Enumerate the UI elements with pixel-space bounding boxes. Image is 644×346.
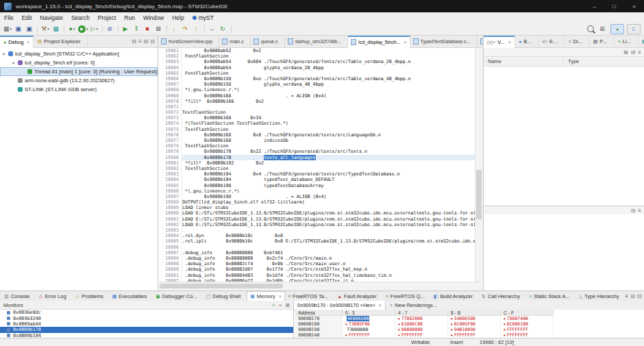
memory-cell[interactable]: ▲FFFFFFFF <box>343 332 395 338</box>
minimize-button[interactable]: – <box>584 0 604 12</box>
tab-executables[interactable]: ▦Executables <box>110 292 153 301</box>
tab-freertos-queues[interactable]: ≡FreeRTOS Q... <box>383 292 431 301</box>
tab-call-hierarchy[interactable]: ⇅Call Hierarchy <box>479 292 526 301</box>
memory-cell[interactable]: ▲78007400 <box>501 316 554 321</box>
memory-monitor[interactable]: 0x9009b170 <box>0 327 293 332</box>
memory-monitor[interactable]: 0x9009ab44 <box>0 321 293 327</box>
view-tab-peripherals[interactable]: ▦P... <box>590 36 615 47</box>
debug-tree-launch[interactable]: ▾ lcd_display_5inch [STM32 C/C++ Applica… <box>0 49 158 58</box>
new-icon[interactable]: ▦▾ <box>3 24 12 34</box>
minimize-icon[interactable]: ⊟ <box>144 38 149 45</box>
run-icon[interactable]: ▶▾ <box>78 24 88 34</box>
build-icon[interactable]: ⚒▾ <box>40 24 50 34</box>
debug-tree-stlink[interactable]: ST-LINK (ST-LINK GDB server) <box>0 85 158 94</box>
expander-icon[interactable]: ▾ <box>3 51 8 56</box>
close-icon[interactable]: × <box>279 294 282 299</box>
tab-console[interactable]: ▥Console <box>1 292 36 301</box>
resume-icon[interactable]: ▶ <box>121 24 131 34</box>
search-icon[interactable] <box>587 25 594 32</box>
close-icon[interactable]: × <box>379 303 382 308</box>
new-renderings-tab[interactable]: + New Renderings... <box>386 302 441 308</box>
close-button[interactable]: × <box>624 0 644 12</box>
perspective-debug-button[interactable]: ● <box>610 24 624 34</box>
menu-navigate[interactable]: Navigate <box>36 12 67 23</box>
memory-cell[interactable]: ▲61006C00 <box>395 321 448 327</box>
step-into-icon[interactable]: ↓ <box>170 24 179 34</box>
open-perspective-icon[interactable]: ⊞ <box>597 24 607 34</box>
memory-cell[interactable]: ▲94B10090 <box>448 327 501 332</box>
memory-cell[interactable]: ▲FFFFFFFF <box>395 332 448 338</box>
tab-problems[interactable]: ⚠Problems <box>73 292 110 301</box>
editor-tab-map[interactable]: lcd_display_5inch...× <box>348 36 410 48</box>
external-tools-icon[interactable]: ▷▾ <box>90 24 99 34</box>
editor-tab-queue[interactable]: queue.c <box>251 36 285 47</box>
view-tab-sfrs[interactable]: ▦S... <box>639 36 644 47</box>
memory-cell[interactable]: ▲00000000 <box>395 327 448 332</box>
maximize-icon[interactable]: ⊡ <box>637 293 642 299</box>
terminate-icon[interactable]: ■ <box>143 24 153 34</box>
debug-tree-elf[interactable]: ▾ lcd_display_5inch.elf [cores: 0] <box>0 58 158 67</box>
view-menu-icon[interactable]: ≡ <box>138 38 142 45</box>
view-menu-icon[interactable]: ≡ <box>638 208 641 214</box>
memory-cell[interactable]: ▲FFFFFFFF <box>501 327 554 332</box>
rendering-tab-hex[interactable]: 0x9009b170 : 0x9009B170 <Hex> × <box>294 301 386 310</box>
memory-cell[interactable]: ▲FFFFFFFF <box>448 332 501 338</box>
memory-cell[interactable]: ▲77002000 <box>395 316 448 321</box>
editor-tab-typedtextdatabase[interactable]: TypedTextDatabase.c... <box>410 36 478 47</box>
collapse-all-icon[interactable]: ⊟ <box>132 38 136 45</box>
editor-tab-startup[interactable]: startup_stm32f746b... <box>285 36 349 47</box>
menu-run[interactable]: Run <box>120 12 139 23</box>
editor-tab-frontscreenview[interactable]: frontScreenView.cpp <box>158 36 219 47</box>
menu-help[interactable]: Help <box>168 12 188 23</box>
tab-error-log[interactable]: ⚠Error Log <box>36 292 73 301</box>
map-file-text[interactable]: 0x9009ab52 0x2 FontFlashSection 0x9009ab… <box>182 48 475 282</box>
tab-fault-analyzer[interactable]: ▲Fault Analyzer <box>334 292 382 301</box>
menu-edit[interactable]: Edit <box>18 12 36 23</box>
view-menu-icon[interactable]: ≡ <box>625 293 628 299</box>
disconnect-icon[interactable]: ⊠ <box>154 24 164 34</box>
tab-build-analyzer[interactable]: ◧Build Analyzer <box>431 292 479 301</box>
memory-cell[interactable]: ▲54006500 <box>448 316 501 321</box>
memory-monitor[interactable]: 0x9009b194 <box>0 333 293 338</box>
vertical-scrollbar[interactable] <box>475 48 482 282</box>
column-header-name[interactable]: Name <box>484 58 564 64</box>
editor-tab-main[interactable]: main.c <box>219 36 251 47</box>
horizontal-scrollbar-thumb[interactable] <box>160 284 283 288</box>
tab-debugger-console[interactable]: ▣Debugger Co... <box>153 292 203 301</box>
memory-monitor[interactable]: 0x0036e8dc <box>0 310 293 315</box>
close-icon[interactable]: × <box>27 40 29 45</box>
restart-icon[interactable]: ↻ <box>219 24 228 34</box>
add-monitor-icon[interactable]: + <box>272 302 275 308</box>
view-tab-disassembly[interactable]: ≡Di... <box>565 36 589 47</box>
maximize-icon[interactable]: ⊡ <box>150 38 155 45</box>
view-tab-expressions[interactable]: x=E... <box>538 36 565 47</box>
tab-freertos-tasks[interactable]: ≡FreeRTOS Ta... <box>285 292 334 301</box>
close-icon[interactable]: × <box>404 40 406 45</box>
menu-project[interactable]: Project <box>94 12 120 23</box>
menu-file[interactable]: File <box>0 12 18 23</box>
horizontal-scrollbar[interactable] <box>158 282 482 291</box>
remove-monitor-icon[interactable]: × <box>279 302 282 308</box>
step-over-icon[interactable]: ↷ <box>181 24 190 34</box>
memory-cell[interactable]: ▲FFFFFFFF <box>501 332 554 338</box>
vertical-orientation-icon[interactable]: ⊟ <box>631 208 636 214</box>
suspend-icon[interactable]: ‖ <box>132 24 142 34</box>
memory-cell[interactable]: 4E006500 <box>343 316 395 321</box>
debug-tree-gdb[interactable]: arm-none-eabi-gdb (13.2.90.20230627) <box>0 76 158 85</box>
remove-all-monitors-icon[interactable]: ⊠ <box>285 302 290 308</box>
view-tab-variables[interactable]: (x)=V...× <box>484 36 515 48</box>
skip-all-breakpoints-icon[interactable]: ⊘ <box>106 24 115 34</box>
menu-myst[interactable]: myST <box>188 14 218 21</box>
tab-static-stack-analyzer[interactable]: ≡Static Stack A... <box>526 292 576 301</box>
view-menu-icon[interactable]: ≡ <box>638 49 641 55</box>
close-icon[interactable]: × <box>508 40 511 45</box>
view-tab-project-explorer[interactable]: ▤Project Explorer <box>34 36 88 47</box>
view-tab-live-expressions[interactable]: ≡Li... <box>615 36 639 47</box>
menu-window[interactable]: Window <box>139 12 168 23</box>
show-type-names-icon[interactable]: ⊞ <box>623 49 628 55</box>
variables-list[interactable] <box>484 66 644 206</box>
menu-search[interactable]: Search <box>67 12 94 23</box>
memory-cell[interactable]: ▲73005F00 <box>343 321 395 327</box>
expander-icon[interactable]: ▾ <box>12 60 18 65</box>
detail-pane[interactable] <box>484 214 644 291</box>
